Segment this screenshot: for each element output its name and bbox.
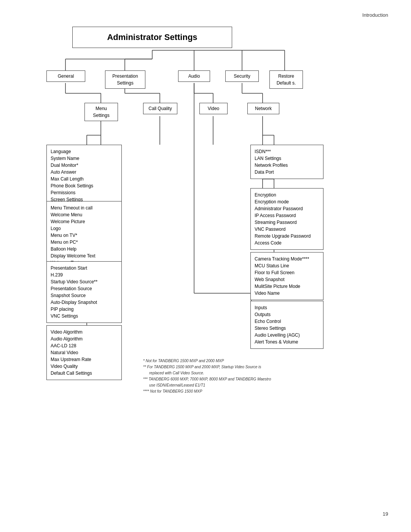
enc-item-1: Encryption (255, 192, 319, 198)
audio-items-box: Inputs Outputs Echo Control Stereo Setti… (250, 301, 323, 349)
page-header: Introduction (362, 12, 388, 18)
cam-item-1: Camera Tracking Mode**** (255, 256, 319, 262)
general-box: General (46, 70, 85, 82)
enc-item-6: VNC Password (255, 226, 319, 233)
admin-title-text: Administrator Settings (107, 32, 197, 42)
cam-item-3: Floor to Full Screen (255, 269, 319, 276)
pres-item-4: Presentation Source (51, 285, 118, 292)
cam-item-6: Video Name (255, 290, 319, 297)
algo-item-7: Default Call Settings (51, 370, 118, 377)
menu-item-2: Welcome Menu (51, 211, 118, 218)
page-number: 19 (383, 511, 388, 517)
call-quality-box: Call Quality (143, 103, 177, 114)
menu-item-7: Balloon Help (51, 246, 118, 252)
algo-item-3: AAC-LD 128 (51, 342, 118, 349)
menu-item-1: Menu Timeout in call (51, 204, 118, 211)
enc-item-3: Administrator Password (255, 205, 319, 212)
security-label: Security (234, 73, 250, 79)
menu-item-5: Menu on TV* (51, 232, 118, 239)
audio-item-1: Inputs (255, 304, 319, 311)
page-number-text: 19 (383, 511, 388, 517)
general-item-2: System Name (51, 155, 118, 162)
general-item-5: Max Call Length (51, 176, 118, 182)
isdn-item-4: Data Port (255, 169, 319, 176)
header-text: Introduction (362, 12, 388, 18)
footnote-2b: replaced with Call Video Source. (143, 370, 284, 376)
security-box: Security (225, 70, 259, 82)
enc-item-8: Access Code (255, 240, 319, 246)
general-item-6: Phone Book Settings (51, 182, 118, 189)
menu-item-4: Logo (51, 225, 118, 232)
call-quality-label: Call Quality (148, 106, 172, 111)
menu-settings-label: MenuSettings (93, 106, 109, 118)
restore-box: RestoreDefault s. (269, 70, 303, 89)
admin-title-box: Administrator Settings (72, 27, 232, 48)
pres-item-5: Snapshot Source (51, 292, 118, 299)
enc-item-4: IP Access Password (255, 212, 319, 219)
presentation-settings-box: PresentationSettings (105, 70, 145, 89)
isdn-item-2: LAN Settings (255, 155, 319, 162)
camera-box: Camera Tracking Mode**** MCU Status Line… (250, 252, 323, 300)
footnote-2: ** For TANDBERG 1500 MXP and 2000 MXP, S… (143, 364, 284, 370)
pres-item-8: VNC Settings (51, 313, 118, 320)
video-algo-box: Video Algorithm Audio Algorithm AAC-LD 1… (46, 325, 122, 380)
pres-item-3: Startup Video Source** (51, 278, 118, 285)
isdn-item-1: ISDN*** (255, 148, 319, 155)
audio-label: Audio (188, 73, 200, 79)
algo-item-5: Max Upstream Rate (51, 356, 118, 363)
menu-item-6: Menu on PC* (51, 239, 118, 246)
footnote-1: * Not for TANDBERG 1500 MXP and 2000 MXP (143, 358, 284, 364)
restore-label: RestoreDefault s. (277, 73, 296, 86)
audio-item-2: Outputs (255, 311, 319, 318)
presentation-settings-label: PresentationSettings (112, 73, 138, 86)
audio-item-5: Audio Levelling (AGC) (255, 332, 319, 339)
general-item-4: Auto Answer (51, 169, 118, 176)
audio-box: Audio (178, 70, 210, 82)
isdn-box: ISDN*** LAN Settings Network Profiles Da… (250, 145, 323, 179)
cam-item-2: MCU Status Line (255, 262, 319, 269)
presentation-items-box: Presentation Start H.239 Startup Video S… (46, 261, 122, 323)
isdn-item-3: Network Profiles (255, 162, 319, 169)
network-box: Network (247, 103, 279, 114)
general-label: General (58, 73, 74, 79)
algo-item-4: Natural Video (51, 349, 118, 356)
footnote-3b: use ISDN/External/Leased E1/T1 (143, 382, 284, 388)
algo-item-2: Audio Algorithm (51, 335, 118, 342)
network-label: Network (255, 106, 272, 111)
footnotes: * Not for TANDBERG 1500 MXP and 2000 MXP… (143, 358, 284, 395)
general-item-3: Dual Monitor* (51, 162, 118, 169)
encryption-box: Encryption Encryption mode Administrator… (250, 188, 323, 250)
menu-item-3: Welcome Picture (51, 218, 118, 225)
audio-item-4: Stereo Settings (255, 325, 319, 332)
pres-item-6: Auto-Display Snapshot (51, 299, 118, 306)
pres-item-1: Presentation Start (51, 265, 118, 272)
general-item-1: Language (51, 148, 118, 155)
enc-item-5: Streaming Password (255, 219, 319, 226)
video-label: Video (208, 106, 219, 111)
algo-item-6: Video Quality (51, 363, 118, 370)
cam-item-5: MulitSite Picture Mode (255, 283, 319, 290)
menu-item-8: Display Welcome Text (51, 252, 118, 259)
audio-item-6: Alert Tones & Volume (255, 339, 319, 345)
enc-item-7: Remote Upgrade Password (255, 233, 319, 240)
pres-item-7: PIP placing (51, 306, 118, 313)
general-item-7: Permissions (51, 189, 118, 196)
cam-item-4: Web Snapshot (255, 276, 319, 283)
pres-item-2: H.239 (51, 272, 118, 278)
video-box: Video (199, 103, 228, 114)
footnote-3: *** TANDBERG 6000 MXP, 7000 MXP, 8000 MX… (143, 376, 284, 382)
diagram-container: Administrator Settings General Presentat… (30, 27, 381, 502)
menu-settings-box: MenuSettings (84, 103, 118, 121)
algo-item-1: Video Algorithm (51, 329, 118, 335)
audio-item-3: Echo Control (255, 318, 319, 325)
footnote-4: **** Not for TANDBERG 1500 MXP (143, 388, 284, 395)
enc-item-2: Encryption mode (255, 198, 319, 205)
